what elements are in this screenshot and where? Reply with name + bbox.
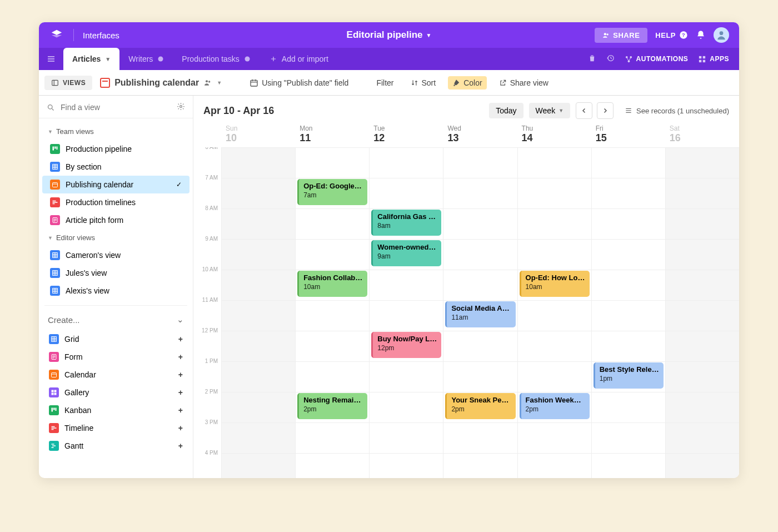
menu-button[interactable] [39,54,63,63]
group-label-text: Editor views [56,233,95,242]
gal-purple-icon [49,387,59,397]
plus-icon: + [178,424,183,432]
day-number: 13 [447,132,517,144]
event[interactable]: California Gas Pric…8am [371,210,441,236]
calendar-grid-scroll[interactable]: 6 AM7 AM8 AM9 AM10 AM11 AM12 PM1 PM2 PM3… [193,147,739,478]
create-calendar[interactable]: Calendar+ [42,366,189,384]
day-header-tue: Tue12 [369,125,443,144]
view-item-label: Jules's view [66,269,107,277]
app-logo[interactable] [49,27,64,43]
create-item-label: Gantt [64,441,83,450]
current-view-name[interactable]: Publishing calendar ▼ [100,78,222,88]
create-kanban[interactable]: Kanban+ [42,401,189,419]
view-item-jules-s-view[interactable]: Jules's view [42,264,189,282]
tab-articles[interactable]: Articles▼ [63,48,119,70]
event[interactable]: Women-owned Bra…9am [371,240,441,266]
view-item-production-pipeline[interactable]: Production pipeline [42,140,189,158]
grid-blue-icon [50,250,60,260]
svg-rect-27 [52,373,57,377]
time-label-9: 9 AM [193,236,221,266]
day-column-fri[interactable]: Best Style Release…1pm [591,147,665,478]
tab-label: Articles [72,54,101,63]
filter-button[interactable]: Filter [361,76,398,90]
next-week-button[interactable] [597,102,614,119]
prev-week-button[interactable] [576,102,592,119]
day-column-thu[interactable]: Op-Ed: How Lockd…10amFashion Weeks Bal…2… [517,147,591,478]
day-column-tue[interactable]: California Gas Pric…8amWomen-owned Bra…9… [369,147,443,478]
view-item-label: By section [66,162,102,171]
help-button[interactable]: HELP ? [655,31,688,39]
info-icon [157,56,164,62]
event[interactable]: Buy Now/Pay Later …12pm [371,332,441,358]
plus-icon: + [178,352,183,361]
plus-icon: + [178,335,183,344]
gear-icon[interactable] [177,102,185,112]
event[interactable]: Op-Ed: How Lockd…10am [520,271,590,297]
create-gantt[interactable]: Gantt+ [42,437,189,455]
calendar-grid: 6 AM7 AM8 AM9 AM10 AM11 AM12 PM1 PM2 PM3… [193,147,739,478]
date-field-label: Using "Publish date" field [262,78,348,87]
day-column-mon[interactable]: Op-Ed: Google and…7amFashion Collaborati… [295,147,369,478]
scale-selector[interactable]: Week ▼ [529,103,570,118]
history-icon[interactable] [606,54,615,64]
event[interactable]: Fashion Collaborati…10am [297,271,367,297]
automations-button[interactable]: AUTOMATIONS [625,55,689,63]
event[interactable]: Op-Ed: Google and…7am [297,179,367,205]
create-grid[interactable]: Grid+ [42,330,189,348]
app-window: Interfaces Editorial pipeline ▼ SHARE HE… [39,22,739,478]
calendar-header: Apr 10 - Apr 16 Today Week ▼ [193,96,739,125]
view-item-publishing-calendar[interactable]: Publishing calendar✓ [42,176,189,193]
time-label-13: 1 PM [193,358,221,389]
today-button[interactable]: Today [489,103,523,118]
chevron-down-icon: ▼ [558,108,563,113]
trash-icon[interactable] [588,54,596,64]
bell-icon[interactable] [696,30,706,40]
day-column-wed[interactable]: Social Media Apps …11amYour Sneak Peek a… [443,147,517,478]
calendar-controls: Today Week ▼ S [489,102,729,119]
create-form[interactable]: Form+ [42,348,189,366]
create-gallery[interactable]: Gallery+ [42,384,189,401]
see-records-button[interactable]: See records (1 unscheduled) [619,107,729,115]
sort-button[interactable]: Sort [406,76,441,90]
share-button[interactable]: SHARE [595,28,647,43]
share-view-button[interactable]: Share view [495,76,553,90]
group-team-views[interactable]: ▼Team views [42,123,189,140]
divider [73,29,74,41]
view-item-label: Article pitch form [66,216,123,225]
day-header-sat: Sat16 [665,125,739,144]
time-label-14: 2 PM [193,389,221,419]
event[interactable]: Fashion Weeks Bal…2pm [520,393,590,419]
view-item-cameron-s-view[interactable]: Cameron's view [42,246,189,264]
event[interactable]: Best Style Release…1pm [594,362,664,389]
day-column-sat[interactable] [665,147,739,478]
views-button[interactable]: VIEWS [44,76,92,90]
project-title[interactable]: Editorial pipeline ▼ [347,29,432,41]
create-item-label: Grid [64,335,79,344]
find-view-input[interactable] [61,103,171,112]
day-column-sun[interactable] [221,147,295,478]
tab-label: Writers [128,54,153,63]
tab-production-tasks[interactable]: Production tasks [173,48,260,70]
tab-label: Production tasks [182,54,240,63]
chevron-down-icon: ⌄ [177,315,184,325]
svg-rect-21 [53,147,54,151]
view-item-label: Cameron's view [66,251,121,260]
event[interactable]: Your Sneak Peek at…2pm [445,393,515,419]
add-or-import-button[interactable]: Add or import [260,54,338,63]
date-field-selector[interactable]: Using "Publish date" field [245,76,353,90]
view-item-alexis-s-view[interactable]: Alexis's view [42,282,189,300]
apps-button[interactable]: APPS [698,55,729,63]
create-timeline[interactable]: Timeline+ [42,419,189,437]
group-editor-views[interactable]: ▼Editor views [42,229,189,246]
event[interactable]: Nesting Remains Pr…2pm [297,393,367,419]
time-label-16: 4 PM [193,450,221,478]
create-section-header[interactable]: Create...⌄ [42,311,189,330]
view-item-production-timelines[interactable]: Production timelines [42,193,189,211]
view-item-by-section[interactable]: By section [42,158,189,176]
tab-writers[interactable]: Writers [119,48,173,70]
interfaces-link[interactable]: Interfaces [83,31,119,40]
view-item-article-pitch-form[interactable]: Article pitch form [42,211,189,229]
user-avatar[interactable] [714,27,729,43]
color-button[interactable]: Color [448,76,486,90]
event[interactable]: Social Media Apps …11am [445,301,515,327]
